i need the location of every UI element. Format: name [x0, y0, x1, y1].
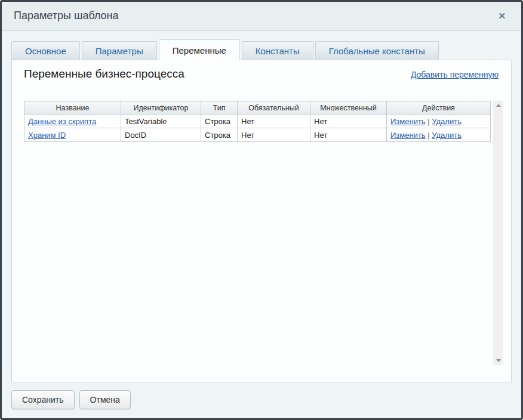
dialog-content: Основное Параметры Переменные Константы … — [2, 39, 521, 382]
tab-bar: Основное Параметры Переменные Константы … — [11, 39, 512, 60]
variable-required: Нет — [238, 128, 310, 142]
panel-title: Переменные бизнес-процесса — [24, 67, 184, 81]
variable-multiple: Нет — [310, 128, 387, 142]
delete-link[interactable]: Удалить — [432, 117, 462, 126]
dialog-titlebar: Параметры шаблона ✕ — [2, 2, 521, 30]
dialog-footer: Сохранить Отмена — [2, 390, 521, 409]
action-separator: | — [427, 117, 429, 126]
tab-constants[interactable]: Константы — [242, 41, 313, 60]
panel-header: Переменные бизнес-процесса Добавить пере… — [24, 67, 499, 81]
add-variable-link[interactable]: Добавить переменную — [411, 70, 499, 79]
variable-name-link[interactable]: Храним ID — [28, 131, 66, 140]
delete-link[interactable]: Удалить — [432, 131, 462, 140]
table-row: Храним ID DocID Строка Нет Нет Изменить … — [24, 128, 491, 142]
close-icon[interactable]: ✕ — [496, 9, 508, 23]
dialog-title: Параметры шаблона — [14, 10, 119, 22]
cancel-button[interactable]: Отмена — [79, 390, 131, 409]
variable-required: Нет — [238, 115, 310, 128]
table-scroll-area: Название Идентификатор Тип Обязательный … — [24, 101, 503, 365]
table-row: Данные из скрипта TestVariable Строка Не… — [24, 115, 491, 128]
col-header-name: Название — [24, 101, 121, 115]
col-header-required: Обязательный — [238, 101, 310, 115]
tab-parameters[interactable]: Параметры — [82, 41, 157, 60]
scroll-down-icon[interactable] — [496, 359, 501, 362]
vertical-scrollbar[interactable] — [493, 101, 503, 365]
template-parameters-dialog: Параметры шаблона ✕ Основное Параметры П… — [0, 0, 523, 420]
table-header-row: Название Идентификатор Тип Обязательный … — [24, 101, 491, 115]
variable-name-link[interactable]: Данные из скрипта — [28, 117, 96, 126]
col-header-multiple: Множественный — [310, 101, 387, 115]
variables-panel: Переменные бизнес-процесса Добавить пере… — [11, 60, 512, 382]
col-header-type: Тип — [201, 101, 238, 115]
scroll-up-icon[interactable] — [496, 104, 501, 107]
tab-main[interactable]: Основное — [11, 41, 80, 60]
variables-table: Название Идентификатор Тип Обязательный … — [24, 101, 491, 142]
edit-link[interactable]: Изменить — [390, 131, 426, 140]
col-header-actions: Действия — [387, 101, 491, 115]
variable-type: Строка — [201, 128, 238, 142]
variable-type: Строка — [201, 115, 238, 128]
edit-link[interactable]: Изменить — [390, 117, 426, 126]
variable-identifier: DocID — [121, 128, 201, 142]
variable-multiple: Нет — [310, 115, 387, 128]
variable-identifier: TestVariable — [121, 115, 201, 128]
tab-variables[interactable]: Переменные — [159, 39, 240, 60]
save-button[interactable]: Сохранить — [11, 390, 75, 409]
tab-global-constants[interactable]: Глобальные константы — [315, 41, 439, 60]
action-separator: | — [427, 131, 429, 140]
col-header-identifier: Идентификатор — [121, 101, 201, 115]
